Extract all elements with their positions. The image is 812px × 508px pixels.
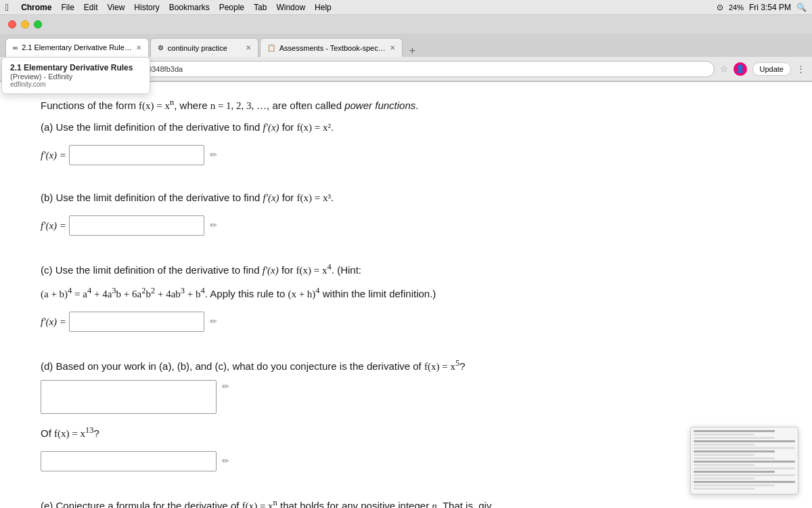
part-a-label: f′(x) = <box>41 147 66 163</box>
part-c-hint: (a + b)4 = a4 + 4a3b + 6a2b2 + 4ab3 + b4… <box>41 284 771 302</box>
part-c-answer-box: f′(x) = ✏ <box>41 312 217 332</box>
section-part-d: (d) Based on your work in (a), (b), and … <box>41 356 771 482</box>
tab-bar: ∞ 2.1 Elementary Derivative Rule… ✕ ⚙ co… <box>0 34 812 57</box>
star-icon[interactable]: ☆ <box>720 64 728 74</box>
menu-history[interactable]: History <box>134 3 159 12</box>
thumb-line-10 <box>694 461 795 463</box>
status-bar: ⊙ 24% Fri 3:54 PM 🔍 <box>717 3 807 12</box>
menu-chrome[interactable]: Chrome <box>21 3 51 12</box>
thumb-line-1 <box>694 430 775 432</box>
bookmark-title: 2.1 Elementary Derivative Rules <box>10 63 141 72</box>
menu-tab[interactable]: Tab <box>254 3 267 12</box>
menu-file[interactable]: File <box>61 3 74 12</box>
thumb-line-11 <box>694 464 754 466</box>
section-part-a: (a) Use the limit definition of the deri… <box>41 119 771 176</box>
thumbnail-preview <box>690 427 798 494</box>
section-part-e: (e) Conjecture a formula for the derivat… <box>41 496 771 508</box>
tab-label-3: Assessments - Textbook-spec… <box>279 44 386 52</box>
apple-menu[interactable]:  <box>5 2 9 13</box>
thumb-line-14 <box>694 474 795 476</box>
thumb-line-17 <box>694 484 775 486</box>
thumb-line-4 <box>694 440 795 442</box>
thumb-line-12 <box>694 467 795 469</box>
part-d-fx13-input[interactable] <box>41 451 217 471</box>
menu-bar:  Chrome File Edit View History Bookmark… <box>0 0 812 15</box>
menu-people[interactable]: People <box>219 3 244 12</box>
close-button[interactable] <box>8 20 16 28</box>
menu-view[interactable]: View <box>108 3 125 12</box>
menu-icon[interactable]: ⋮ <box>796 64 805 74</box>
thumb-line-13 <box>694 471 775 473</box>
part-a-answer-box: f′(x) = ✏ <box>41 145 217 165</box>
menu-bookmarks[interactable]: Bookmarks <box>169 3 210 12</box>
thumb-line-9 <box>694 457 775 459</box>
part-c-input[interactable] <box>69 312 204 332</box>
part-c-label: f′(x) = <box>41 314 66 330</box>
thumb-line-5 <box>694 444 754 446</box>
update-button[interactable]: Update <box>752 62 791 76</box>
tab-close-3[interactable]: ✕ <box>390 44 395 51</box>
bookmark-subtitle: (Preview) - Edfinity <box>10 72 141 81</box>
traffic-lights <box>0 15 812 34</box>
thumb-line-7 <box>694 450 775 452</box>
tab-favicon-3: 📋 <box>267 44 275 51</box>
part-a-edit-icon[interactable]: ✏ <box>210 148 217 163</box>
part-d-input[interactable] <box>41 380 217 414</box>
tab-label-2: continuity practice <box>168 44 227 52</box>
menu-help[interactable]: Help <box>315 3 332 12</box>
new-tab-button[interactable]: + <box>404 45 421 57</box>
part-d-answer-area: ✏ <box>41 380 771 418</box>
part-b-question: (b) Use the limit definition of the deri… <box>41 190 771 206</box>
section-part-c: (c) Use the limit definition of the deri… <box>41 260 771 343</box>
tab-derivative-rules[interactable]: ∞ 2.1 Elementary Derivative Rule… ✕ <box>5 38 149 57</box>
thumb-line-15 <box>694 478 754 480</box>
thumb-line-8 <box>694 454 754 456</box>
part-e-question: (e) Conjecture a formula for the derivat… <box>41 496 771 508</box>
thumb-line-6 <box>694 447 795 449</box>
bookmark-url: edfinity.com <box>10 81 141 88</box>
tab-assessments[interactable]: 📋 Assessments - Textbook-spec… ✕ <box>260 38 403 57</box>
intro-text: Functions of the form f(x) = xn, where n… <box>41 96 771 114</box>
part-c-question: (c) Use the limit definition of the deri… <box>41 260 771 278</box>
part-d-fx13-answer-box: ✏ <box>41 451 229 471</box>
part-c-edit-icon[interactable]: ✏ <box>210 315 217 329</box>
minimize-button[interactable] <box>21 20 29 28</box>
section-part-b: (b) Use the limit definition of the deri… <box>41 190 771 247</box>
part-b-edit-icon[interactable]: ✏ <box>210 219 217 233</box>
tab-favicon-2: ⚙ <box>158 44 164 51</box>
menu-window[interactable]: Window <box>276 3 305 12</box>
part-b-input[interactable] <box>69 215 204 236</box>
profile-icon[interactable]: 👤 <box>734 62 747 76</box>
part-d-fx13-edit-icon[interactable]: ✏ <box>222 454 229 469</box>
part-b-answer-box: f′(x) = ✏ <box>41 215 217 236</box>
thumb-line-2 <box>694 433 754 436</box>
part-a-input[interactable] <box>69 145 204 165</box>
part-b-label: f′(x) = <box>41 217 66 234</box>
menu-edit[interactable]: Edit <box>84 3 98 12</box>
tab-continuity[interactable]: ⚙ continuity practice ✕ <box>150 38 258 57</box>
clock: Fri 3:54 PM <box>749 3 791 12</box>
part-d-question: (d) Based on your work in (a), (b), and … <box>41 356 771 375</box>
tab-close-1[interactable]: ✕ <box>136 44 141 51</box>
wifi-icon: ⊙ <box>717 3 723 12</box>
thumb-line-3 <box>694 437 775 439</box>
battery-status: 24% <box>729 3 744 12</box>
thumb-line-16 <box>694 481 795 483</box>
search-icon[interactable]: 🔍 <box>796 3 807 12</box>
tab-favicon-1: ∞ <box>13 44 18 51</box>
part-d-fx13-question: Of f(x) = x13? <box>41 423 771 442</box>
part-d-edit-icon[interactable]: ✏ <box>222 380 229 394</box>
tab-label-1: 2.1 Elementary Derivative Rule… <box>22 43 132 51</box>
tab-close-2[interactable]: ✕ <box>246 44 251 51</box>
thumb-line-18 <box>694 488 754 490</box>
bookmark-dropdown: 2.1 Elementary Derivative Rules (Preview… <box>1 57 150 94</box>
fullscreen-button[interactable] <box>34 20 42 28</box>
part-a-question: (a) Use the limit definition of the deri… <box>41 119 771 135</box>
